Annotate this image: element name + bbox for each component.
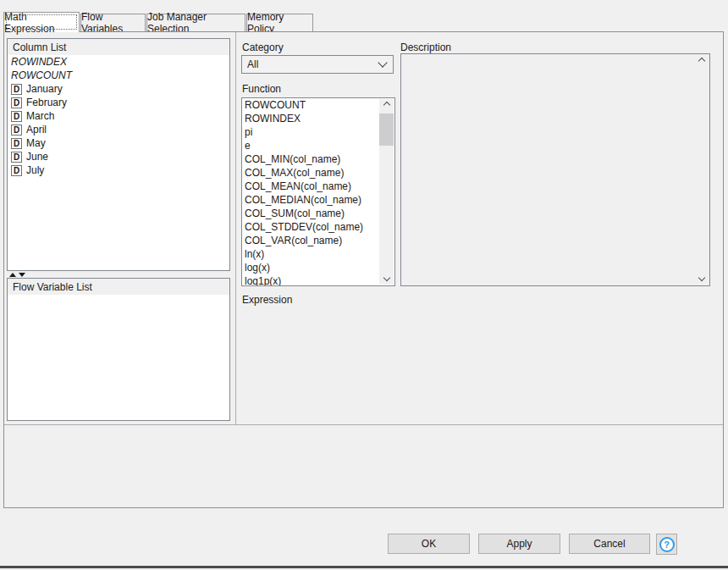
function-list-item[interactable]: pi xyxy=(242,125,380,139)
math-formula-dialog: Math Expression Flow Variables Job Manag… xyxy=(0,0,728,570)
special-column-name: ROWCOUNT xyxy=(11,69,72,81)
function-list-item[interactable]: COL_VAR(col_name) xyxy=(242,234,380,247)
tab-label: Math Expression xyxy=(4,11,79,35)
column-type-icon: D xyxy=(11,111,22,122)
function-list-item[interactable]: COL_MIN(col_name) xyxy=(242,152,380,166)
help-button[interactable]: ? xyxy=(656,534,677,555)
function-list-item[interactable]: log(x) xyxy=(242,261,380,274)
split-collapse-down-icon[interactable] xyxy=(19,273,25,277)
window-bottom-edge xyxy=(0,566,728,568)
category-label: Category xyxy=(242,42,284,53)
column-list-item[interactable]: DApril xyxy=(8,123,229,136)
function-list[interactable]: ROWCOUNTROWINDEXpieCOL_MIN(col_name)COL_… xyxy=(242,98,380,285)
column-list-item[interactable]: DJuly xyxy=(8,163,229,177)
flow-variable-list[interactable] xyxy=(8,295,229,420)
column-type-icon: D xyxy=(11,84,22,95)
function-list-item[interactable]: e xyxy=(242,139,380,152)
category-selected-value: All xyxy=(247,58,258,70)
function-list-item[interactable]: ROWINDEX xyxy=(242,112,380,125)
cancel-button-label: Cancel xyxy=(593,538,625,550)
function-list-item[interactable]: COL_MEAN(col_name) xyxy=(242,180,380,193)
column-name: January xyxy=(26,83,63,95)
function-list-item[interactable]: COL_SUM(col_name) xyxy=(242,207,380,220)
column-list-item[interactable]: DFebruary xyxy=(8,96,229,109)
function-list-item[interactable]: log1p(x) xyxy=(242,274,380,285)
column-name: July xyxy=(26,164,44,176)
scroll-up-icon[interactable] xyxy=(379,99,394,113)
special-column-name: ROWINDEX xyxy=(11,56,67,68)
column-name: June xyxy=(26,151,48,163)
description-box xyxy=(400,53,710,286)
column-type-icon: D xyxy=(11,97,22,108)
column-name: May xyxy=(26,137,46,149)
horizontal-separator xyxy=(4,424,723,425)
column-list-item[interactable]: DMarch xyxy=(8,109,229,123)
expression-label: Expression xyxy=(242,294,292,306)
flow-variable-list-panel: Flow Variable List xyxy=(7,278,230,421)
column-list-item[interactable]: ROWINDEX xyxy=(8,55,229,69)
help-glyph: ? xyxy=(664,540,670,550)
function-list-item[interactable]: ln(x) xyxy=(242,247,380,261)
column-list-panel: Column List ROWINDEXROWCOUNTDJanuaryDFeb… xyxy=(7,38,230,271)
tab-memory-policy[interactable]: Memory Policy xyxy=(246,14,313,31)
column-type-icon: D xyxy=(11,138,22,149)
scrollbar-thumb[interactable] xyxy=(379,113,394,146)
ok-button-label: OK xyxy=(422,538,436,550)
column-name: February xyxy=(26,97,67,108)
tab-flow-variables[interactable]: Flow Variables xyxy=(80,14,146,31)
function-list-item[interactable]: COL_STDDEV(col_name) xyxy=(242,220,380,234)
column-type-icon: D xyxy=(11,165,22,176)
scroll-down-icon[interactable] xyxy=(694,271,709,285)
main-panel: Column List ROWINDEXROWCOUNTDJanuaryDFeb… xyxy=(3,31,724,508)
function-list-box: ROWCOUNTROWINDEXpieCOL_MIN(col_name)COL_… xyxy=(241,97,395,286)
flow-variable-list-title: Flow Variable List xyxy=(8,279,229,295)
tab-job-manager-selection[interactable]: Job Manager Selection xyxy=(146,14,245,31)
function-list-item[interactable]: COL_MAX(col_name) xyxy=(242,166,380,180)
ok-button[interactable]: OK xyxy=(388,534,470,554)
column-type-icon: D xyxy=(11,152,22,163)
description-label: Description xyxy=(400,42,451,53)
vertical-split-divider[interactable] xyxy=(235,32,236,424)
function-list-item[interactable]: COL_MEDIAN(col_name) xyxy=(242,193,380,207)
split-collapse-up-icon[interactable] xyxy=(9,273,16,277)
category-select[interactable]: All xyxy=(241,55,394,74)
column-name: April xyxy=(26,124,47,136)
scroll-up-icon[interactable] xyxy=(694,55,709,69)
cancel-button[interactable]: Cancel xyxy=(569,534,650,554)
column-list-item[interactable]: DMay xyxy=(8,136,229,150)
scroll-down-icon[interactable] xyxy=(379,271,394,285)
column-list-item[interactable]: DJune xyxy=(8,150,229,163)
column-list[interactable]: ROWINDEXROWCOUNTDJanuaryDFebruaryDMarchD… xyxy=(8,55,229,270)
function-list-item[interactable]: ROWCOUNT xyxy=(242,98,380,112)
chevron-down-icon xyxy=(378,58,387,67)
apply-button-label: Apply xyxy=(506,538,532,550)
column-list-item[interactable]: DJanuary xyxy=(8,82,229,96)
column-name: March xyxy=(26,110,54,122)
apply-button[interactable]: Apply xyxy=(478,534,560,554)
column-list-item[interactable]: ROWCOUNT xyxy=(8,69,229,82)
function-label: Function xyxy=(242,83,281,95)
help-icon: ? xyxy=(659,537,675,552)
column-type-icon: D xyxy=(11,125,22,136)
column-list-title: Column List xyxy=(8,39,229,55)
tab-math-expression[interactable]: Math Expression xyxy=(3,12,80,32)
function-list-scrollbar[interactable] xyxy=(379,99,394,285)
description-scrollbar[interactable] xyxy=(694,55,709,285)
